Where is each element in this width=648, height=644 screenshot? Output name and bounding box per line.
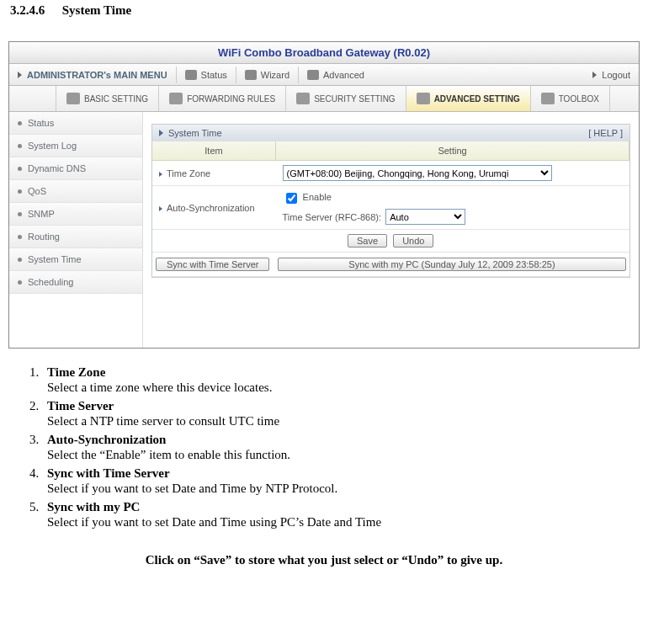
row-autosync-setting: Enable Time Server (RFC-868): Auto [276, 186, 629, 230]
mainmenu-logout[interactable]: Logout [584, 64, 639, 85]
row-autosync-label: Auto-Synchronization [152, 186, 276, 230]
mainmenu-status-label: Status [201, 70, 227, 80]
mainmenu-logout-label: Logout [602, 70, 630, 80]
sync-time-server-button[interactable]: Sync with Time Server [156, 258, 269, 271]
triangle-icon [592, 72, 597, 78]
router-admin-screenshot: WiFi Combo Broadband Gateway (R0.02) ADM… [8, 41, 640, 349]
list-item: Auto-Synchronization Select the “Enable”… [42, 433, 640, 462]
sidebar-item-system-log[interactable]: System Log [9, 135, 142, 157]
tab-basic-setting[interactable]: BASIC SETTING [56, 86, 158, 111]
section-heading: 3.2.4.6 System Time [10, 3, 640, 18]
col-item: Item [152, 141, 276, 161]
tab-forwarding-rules[interactable]: FORWARDING RULES [158, 86, 285, 111]
enable-label: Enable [303, 192, 332, 202]
sync-my-pc-button[interactable]: Sync with my PC (Sunday July 12, 2009 23… [278, 258, 625, 271]
content-area: System Time [ HELP ] Item Setting Time Z… [143, 112, 639, 348]
tab-basic-label: BASIC SETTING [84, 94, 148, 104]
bullet-icon [18, 144, 22, 148]
sidebar: Status System Log Dynamic DNS QoS SNMP R… [9, 112, 143, 348]
list-item: Time Server Select a NTP time server to … [42, 399, 640, 428]
sidebar-item-label: Scheduling [28, 277, 73, 287]
undo-button[interactable]: Undo [393, 234, 433, 247]
security-setting-icon [296, 93, 310, 104]
col-setting: Setting [276, 141, 629, 161]
tab-security-setting[interactable]: SECURITY SETTING [285, 86, 406, 111]
section-title: System Time [62, 3, 131, 17]
explanation-list: Time Zone Select a time zone where this … [42, 365, 640, 530]
wizard-icon [245, 70, 257, 80]
sidebar-item-dynamic-dns[interactable]: Dynamic DNS [9, 157, 142, 180]
sidebar-item-label: Routing [28, 232, 60, 242]
tab-toolbox-label: TOOLBOX [559, 94, 599, 104]
sidebar-item-label: QoS [28, 186, 46, 196]
sidebar-item-status[interactable]: Status [9, 112, 142, 135]
tab-forward-label: FORWARDING RULES [187, 94, 275, 104]
tab-bar: BASIC SETTING FORWARDING RULES SECURITY … [9, 86, 639, 112]
footer-instruction: Click on “Save” to store what you just s… [8, 553, 640, 567]
list-item-term: Sync with Time Server [47, 466, 170, 480]
forwarding-rules-icon [169, 93, 183, 104]
list-item-term: Time Server [47, 399, 114, 412]
main-menu: ADMINISTRATOR's MAIN MENU Status Wizard … [9, 64, 639, 86]
tab-security-label: SECURITY SETTING [314, 94, 396, 104]
sidebar-item-label: Dynamic DNS [28, 163, 86, 173]
sidebar-item-label: System Log [28, 141, 77, 151]
panel-title: System Time [168, 128, 222, 138]
window-titlebar: WiFi Combo Broadband Gateway (R0.02) [9, 42, 639, 64]
list-item-term: Auto-Synchronization [47, 433, 166, 446]
mainmenu-wizard[interactable]: Wizard [236, 64, 298, 85]
time-zone-select[interactable]: (GMT+08:00) Beijing, Chongqing, Hong Kon… [283, 165, 552, 181]
settings-table: Item Setting Time Zone (GMT+08:00) Beiji… [152, 141, 629, 277]
advanced-setting-icon [417, 93, 430, 104]
sidebar-item-label: SNMP [28, 209, 55, 219]
bullet-icon [18, 280, 22, 285]
time-server-label: Time Server (RFC-868): [283, 212, 382, 222]
help-link[interactable]: [ HELP ] [588, 128, 623, 138]
sidebar-item-label: System Time [28, 254, 82, 264]
bullet-icon [18, 235, 22, 239]
bullet-icon [18, 212, 22, 216]
save-undo-row: Save Undo [152, 230, 629, 253]
list-item: Sync with Time Server Select if you want… [42, 466, 640, 496]
tab-advanced-setting[interactable]: ADVANCED SETTING [406, 86, 530, 111]
sync-row: Sync with Time Server Sync with my PC (S… [152, 253, 629, 276]
advanced-icon [307, 70, 319, 80]
tab-advanced-label: ADVANCED SETTING [434, 94, 520, 104]
status-icon [185, 70, 197, 80]
tab-toolbox[interactable]: TOOLBOX [530, 86, 610, 111]
section-number: 3.2.4.6 [10, 3, 59, 18]
sidebar-item-scheduling[interactable]: Scheduling [9, 271, 142, 294]
list-item-term: Sync with my PC [47, 500, 140, 514]
list-item-desc: Select if you want to set Date and Time … [47, 482, 640, 496]
sidebar-item-qos[interactable]: QoS [9, 180, 142, 203]
save-button[interactable]: Save [348, 234, 387, 247]
mainmenu-advanced-label: Advanced [323, 70, 364, 80]
triangle-icon [159, 206, 162, 211]
enable-checkbox[interactable] [286, 193, 297, 204]
sidebar-item-label: Status [28, 118, 54, 128]
list-item-desc: Select the “Enable” item to enable this … [47, 448, 640, 462]
triangle-icon [159, 172, 162, 177]
list-item: Time Zone Select a time zone where this … [42, 365, 640, 395]
system-time-panel: System Time [ HELP ] Item Setting Time Z… [151, 124, 630, 278]
time-server-select[interactable]: Auto [385, 209, 465, 225]
list-item-desc: Select if you want to set Date and Time … [47, 515, 640, 530]
list-item-desc: Select a time zone where this device loc… [47, 381, 640, 395]
sidebar-item-routing[interactable]: Routing [9, 226, 142, 248]
mainmenu-wizard-label: Wizard [261, 70, 289, 80]
list-item-desc: Select a NTP time server to consult UTC … [47, 414, 640, 428]
bullet-icon [18, 189, 22, 194]
mainmenu-status[interactable]: Status [177, 64, 236, 85]
list-item: Sync with my PC Select if you want to se… [42, 500, 640, 530]
bullet-icon [18, 258, 22, 262]
row-time-zone-label: Time Zone [152, 161, 276, 186]
sidebar-item-system-time[interactable]: System Time [9, 248, 142, 271]
bullet-icon [18, 167, 22, 171]
triangle-icon [159, 130, 163, 136]
admin-menu-label[interactable]: ADMINISTRATOR's MAIN MENU [9, 64, 176, 85]
admin-menu-text: ADMINISTRATOR's MAIN MENU [27, 70, 167, 80]
mainmenu-advanced[interactable]: Advanced [299, 64, 373, 85]
basic-setting-icon [66, 93, 80, 104]
sidebar-item-snmp[interactable]: SNMP [9, 203, 142, 226]
panel-header: System Time [ HELP ] [152, 125, 629, 141]
